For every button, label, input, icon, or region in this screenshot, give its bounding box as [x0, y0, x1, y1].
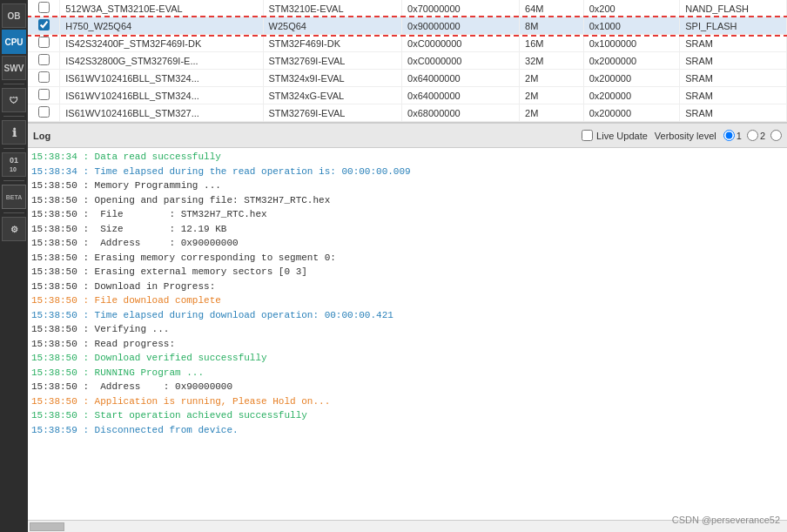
board-cell-2: W25Q64	[263, 17, 402, 35]
sidebar-btn-beta[interactable]: BETA	[2, 185, 26, 209]
log-content[interactable]: 15:38:34 : Data read successfully15:38:3…	[28, 148, 787, 520]
address-cell-3: 0xC0000000	[402, 35, 520, 52]
type-cell-2: SPI_FLASH	[680, 17, 787, 35]
board-cell-7: STM32769I-EVAL	[263, 104, 402, 122]
log-line: 15:38:50 : Address : 0x90000000	[31, 236, 784, 251]
address-cell-4: 0xC0000000	[402, 52, 520, 70]
log-container: Log Live Update Verbosity level 1 2	[28, 123, 787, 532]
device-name-cell: 512W3A_STM3210E-EVAL	[60, 0, 263, 17]
sector-cell-5: 0x200000	[583, 70, 679, 87]
bottom-scrollbar[interactable]	[28, 520, 787, 532]
table-row: IS61WV102416BLL_STM324... STM324x9I-EVAL…	[28, 70, 787, 87]
row-checkbox-cell-2: →	[28, 17, 60, 35]
size-cell-5: 2M	[520, 70, 584, 87]
sidebar-btn-info[interactable]: ℹ	[2, 120, 26, 145]
beta-label: BETA	[6, 194, 23, 200]
verbosity-radio-1: 1	[723, 130, 742, 141]
sidebar-btn-cpu[interactable]: CPU	[2, 30, 26, 54]
verbosity-radio-input-3[interactable]	[770, 130, 782, 141]
type-cell-6: SRAM	[680, 87, 787, 104]
sector-cell-7: 0x200000	[583, 104, 679, 122]
sidebar-btn-ob[interactable]: OB	[2, 3, 26, 28]
swv-label: SWV	[4, 64, 24, 73]
sector-cell-2: 0x1000	[583, 17, 679, 35]
table-row: IS61WV102416BLL_STM327... STM32769I-EVAL…	[28, 104, 787, 122]
address-cell-2: 0x90000000	[402, 17, 520, 35]
verbosity-radio-3	[770, 130, 782, 141]
sidebar-btn-num[interactable]: 0110	[2, 152, 26, 177]
verbosity-radio-input-2[interactable]	[747, 130, 758, 141]
verbosity-radio-input-1[interactable]	[723, 130, 735, 141]
table-row: IS42S32800G_STM32769I-E... STM32769I-EVA…	[28, 52, 787, 70]
board-cell: STM3210E-EVAL	[263, 0, 402, 17]
sidebar-btn-swv[interactable]: SWV	[2, 56, 26, 80]
type-cell-4: SRAM	[680, 52, 787, 70]
row-checkbox-6[interactable]	[38, 89, 50, 100]
log-line: 15:38:50 : Erasing external memory secto…	[31, 265, 784, 279]
row-checkbox-2[interactable]	[38, 19, 50, 30]
address-cell: 0x70000000	[402, 0, 520, 17]
main-content: 512W3A_STM3210E-EVAL STM3210E-EVAL 0x700…	[28, 0, 787, 532]
sidebar-divider-5	[3, 212, 24, 213]
shield-icon: 🛡	[10, 96, 18, 105]
device-name-cell-6: IS61WV102416BLL_STM324...	[60, 87, 263, 104]
log-line: 15:38:50 : Verifying ...	[31, 322, 784, 337]
device-name-cell-3: IS42S32400F_STM32F469I-DK	[60, 35, 263, 52]
live-update-checkbox[interactable]	[582, 130, 593, 141]
size-cell-7: 2M	[520, 104, 584, 122]
device-name-cell-2: H750_W25Q64	[60, 17, 263, 35]
sector-cell-6: 0x200000	[583, 87, 679, 104]
device-name-cell-4: IS42S32800G_STM32769I-E...	[60, 52, 263, 70]
live-update-section: Live Update	[582, 130, 648, 141]
log-line: 15:38:34 : Data read successfully	[31, 150, 784, 165]
log-line: 15:38:50 : RUNNING Program ...	[31, 366, 784, 380]
row-checkbox-3[interactable]	[38, 37, 50, 48]
live-update-text: Live Update	[596, 131, 648, 141]
log-toolbar: Log Live Update Verbosity level 1 2	[28, 124, 787, 148]
verbosity-value-1: 1	[737, 131, 742, 141]
info-icon: ℹ	[12, 126, 17, 139]
memory-table-container: 512W3A_STM3210E-EVAL STM3210E-EVAL 0x700…	[28, 0, 787, 123]
type-cell-7: SRAM	[680, 104, 787, 122]
sidebar-btn-shield[interactable]: 🛡	[2, 88, 26, 112]
sector-cell-3: 0x1000000	[583, 35, 679, 52]
log-line: 15:38:50 : Address : 0x90000000	[31, 380, 784, 394]
row-checkbox-cell	[28, 0, 60, 17]
log-line: 15:38:34 : Time elapsed during the read …	[31, 165, 784, 179]
sector-cell: 0x200	[583, 0, 679, 17]
sidebar: OB CPU SWV 🛡 ℹ 0110 BETA ⚙	[0, 0, 28, 532]
num-label: 0110	[10, 156, 18, 173]
log-line: 15:38:50 : File : STM32H7_RTC.hex	[31, 207, 784, 222]
row-checkbox-5[interactable]	[38, 71, 50, 83]
verbosity-radio-2: 2	[747, 130, 765, 141]
row-checkbox-4[interactable]	[38, 54, 50, 65]
log-line: 15:38:50 : Application is running, Pleas…	[31, 394, 784, 409]
type-cell: NAND_FLASH	[680, 0, 787, 17]
verbosity-label: Verbosity level	[655, 131, 716, 141]
sidebar-btn-gear[interactable]: ⚙	[2, 217, 26, 241]
log-line: 15:38:59 : Disconnected from device.	[31, 423, 784, 438]
sidebar-divider-1	[3, 84, 24, 84]
cpu-label: CPU	[4, 37, 23, 47]
verbosity-radio-group: 1 2	[723, 130, 782, 141]
board-cell-4: STM32769I-EVAL	[263, 52, 402, 70]
table-row: IS61WV102416BLL_STM324... STM324xG-EVAL …	[28, 87, 787, 104]
log-title: Log	[33, 131, 50, 141]
address-cell-6: 0x64000000	[402, 87, 520, 104]
row-checkbox-7[interactable]	[38, 106, 50, 118]
gear-icon: ⚙	[10, 225, 18, 234]
table-row-highlighted: → H750_W25Q64 W25Q64 0x90000000 8M 0x100…	[28, 17, 787, 35]
log-line: 15:38:50 : Erasing memory corresponding …	[31, 251, 784, 266]
size-cell-3: 16M	[520, 35, 584, 52]
sidebar-divider-2	[3, 116, 24, 117]
sidebar-divider-3	[3, 148, 24, 149]
size-cell-4: 32M	[520, 52, 584, 70]
log-line: 15:38:50 : Start operation achieved succ…	[31, 408, 784, 423]
board-cell-6: STM324xG-EVAL	[263, 87, 402, 104]
device-name-cell-7: IS61WV102416BLL_STM327...	[60, 104, 263, 122]
row-checkbox-1[interactable]	[38, 2, 50, 13]
size-cell: 64M	[520, 0, 584, 17]
board-cell-3: STM32F469I-DK	[263, 35, 402, 52]
type-cell-5: SRAM	[680, 70, 787, 87]
sector-cell-4: 0x2000000	[583, 52, 679, 70]
